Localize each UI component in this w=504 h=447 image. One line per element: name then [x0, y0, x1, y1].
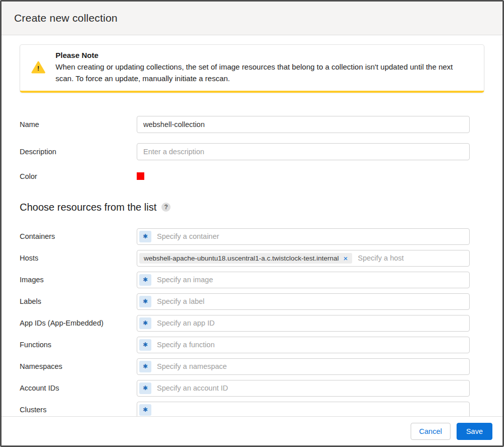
- resource-text-input[interactable]: [155, 380, 465, 396]
- name-label: Name: [20, 120, 137, 129]
- svg-text:!: !: [37, 65, 39, 73]
- cancel-button[interactable]: Cancel: [411, 423, 451, 440]
- dialog-title: Create new collection: [14, 12, 118, 24]
- save-button[interactable]: Save: [457, 423, 492, 440]
- resource-input[interactable]: ✱: [137, 380, 470, 397]
- resource-text-input[interactable]: [356, 250, 465, 266]
- wildcard-badge-icon: ✱: [139, 382, 151, 394]
- wildcard-badge-icon: ✱: [139, 339, 151, 351]
- resource-row: App IDs (App-Embedded) ✱: [20, 315, 484, 332]
- resource-label: Hosts: [20, 254, 137, 262]
- color-row: Color: [20, 171, 484, 181]
- resource-label: App IDs (App-Embedded): [20, 319, 137, 327]
- resource-text-input[interactable]: [155, 359, 465, 374]
- resource-row: Account IDs ✱: [20, 380, 484, 397]
- notice-banner: ! Please Note When creating or updating …: [20, 44, 484, 93]
- wildcard-badge-icon: ✱: [139, 274, 151, 286]
- resource-rows: Containers ✱ Hosts webshell-apache-ubunt…: [20, 228, 484, 417]
- color-swatch[interactable]: [137, 172, 144, 180]
- resource-input[interactable]: ✱: [137, 272, 470, 288]
- dialog-body[interactable]: ! Please Note When creating or updating …: [2, 35, 502, 416]
- description-input[interactable]: [137, 143, 470, 160]
- notice-title: Please Note: [55, 51, 473, 59]
- resources-heading-text: Choose resources from the list: [20, 202, 156, 213]
- resource-input[interactable]: ✱: [137, 293, 470, 310]
- name-input[interactable]: [137, 116, 470, 133]
- resource-input[interactable]: ✱: [137, 337, 470, 353]
- wildcard-badge-icon: ✱: [139, 317, 151, 329]
- notice-text: Please Note When creating or updating co…: [55, 51, 473, 85]
- name-row: Name: [20, 116, 484, 133]
- resource-text-input[interactable]: [155, 229, 465, 244]
- wildcard-badge-icon: ✱: [139, 296, 151, 307]
- resource-label: Namespaces: [20, 362, 137, 370]
- resource-input[interactable]: ✱: [137, 402, 470, 417]
- help-icon[interactable]: ?: [161, 203, 171, 212]
- resource-input[interactable]: ✱: [137, 315, 470, 332]
- resource-input[interactable]: webshell-apache-ubuntu18.uscentral1-a.c.…: [137, 250, 470, 267]
- chip-remove-icon[interactable]: ×: [343, 254, 348, 262]
- resource-row: Functions ✱: [20, 337, 484, 353]
- resource-row: Namespaces ✱: [20, 358, 484, 375]
- resource-label: Containers: [20, 232, 137, 240]
- resource-row: Containers ✱: [20, 228, 484, 245]
- resource-text-input[interactable]: [155, 294, 465, 309]
- resource-text-input[interactable]: [155, 402, 465, 417]
- create-collection-dialog: Create new collection ! Please Note When…: [0, 0, 504, 447]
- resource-text-input[interactable]: [155, 315, 465, 331]
- wildcard-badge-icon: ✱: [139, 231, 151, 242]
- dialog-footer: Cancel Save: [2, 416, 502, 445]
- warning-triangle-icon: !: [31, 60, 45, 75]
- chip-label: webshell-apache-ubuntu18.uscentral1-a.c.…: [144, 254, 339, 262]
- wildcard-badge-icon: ✱: [139, 361, 151, 372]
- resource-row: Hosts webshell-apache-ubuntu18.uscentral…: [20, 250, 484, 267]
- resource-label: Labels: [20, 297, 137, 305]
- resource-label: Account IDs: [20, 384, 137, 392]
- resource-row: Images ✱: [20, 272, 484, 288]
- dialog-header: Create new collection: [2, 2, 502, 35]
- description-row: Description: [20, 143, 484, 160]
- resources-section-heading: Choose resources from the list ?: [20, 202, 484, 213]
- resource-label: Images: [20, 276, 137, 284]
- description-label: Description: [20, 148, 137, 156]
- resource-label: Clusters: [20, 406, 137, 414]
- resource-text-input[interactable]: [155, 272, 465, 288]
- resource-text-input[interactable]: [155, 337, 465, 353]
- chip-container: webshell-apache-ubuntu18.uscentral1-a.c.…: [139, 253, 352, 264]
- wildcard-badge-icon: ✱: [139, 404, 151, 416]
- resource-row: Labels ✱: [20, 293, 484, 310]
- resource-label: Functions: [20, 341, 137, 349]
- resource-input[interactable]: ✱: [137, 228, 470, 245]
- notice-body: When creating or updating collections, t…: [55, 61, 473, 85]
- resource-chip[interactable]: webshell-apache-ubuntu18.uscentral1-a.c.…: [139, 253, 352, 264]
- color-label: Color: [20, 172, 137, 180]
- resource-row: Clusters ✱: [20, 402, 484, 417]
- resource-input[interactable]: ✱: [137, 358, 470, 375]
